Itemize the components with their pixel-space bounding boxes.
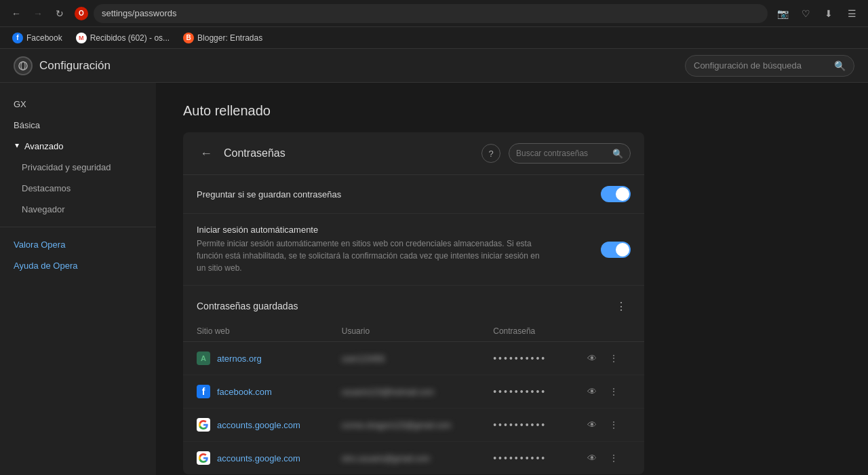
passwords-card-title: Contraseñas <box>224 147 473 159</box>
facebook-favicon-icon: f <box>12 33 23 43</box>
heart-button[interactable]: ♡ <box>796 4 815 23</box>
passwords-search-box[interactable]: 🔍 <box>509 143 631 164</box>
bookmark-facebook[interactable]: f Facebook <box>7 31 68 45</box>
main-content: Auto rellenado ← Contraseñas ? 🔍 Pregunt… <box>156 83 868 475</box>
user-cell: otro.usuario@gmail.com <box>328 442 479 475</box>
user-cell: user123456 <box>328 342 479 375</box>
sidebar-link-rate[interactable]: Valora Opera <box>0 234 156 255</box>
ask-to-save-label: Preguntar si se guardan contraseñas <box>197 189 341 200</box>
user-cell: correo.dragon123@gmail.com <box>328 408 479 442</box>
password-cell: •••••••••• <box>479 342 569 375</box>
bookmark-facebook-label: Facebook <box>26 33 62 43</box>
password-value: •••••••••• <box>493 453 547 463</box>
user-value: usuario123@hotmail.com <box>342 387 434 397</box>
nav-buttons: ← → ↻ <box>7 4 69 23</box>
col-header-actions <box>569 321 644 342</box>
reload-button[interactable]: ↻ <box>50 4 69 23</box>
row-more-button[interactable]: ⋮ <box>604 449 623 468</box>
password-value: •••••••••• <box>493 386 547 397</box>
passwords-search-input[interactable] <box>516 149 608 158</box>
sidebar-divider <box>0 227 156 227</box>
site-cell: A aternos.org <box>183 342 328 375</box>
user-value: user123456 <box>342 354 384 364</box>
password-cell: •••••••••• <box>479 442 569 475</box>
app-container: Configuración 🔍 GX Básica ▲ Avanzado Pri… <box>0 49 868 475</box>
bookmark-gmail[interactable]: M Recibidos (602) - os... <box>71 31 175 45</box>
col-header-password: Contraseña <box>479 321 569 342</box>
camera-button[interactable]: 📷 <box>773 4 792 23</box>
browser-bar: ← → ↻ O settings/passwords 📷 ♡ ⬇ ☰ <box>0 0 868 27</box>
sidebar-item-gx[interactable]: GX <box>0 94 156 115</box>
aternos-favicon-icon: A <box>197 352 210 365</box>
show-password-button[interactable]: 👁 <box>583 415 601 434</box>
actions-cell: 👁 ⋮ <box>569 375 644 408</box>
actions-cell: 👁 ⋮ <box>569 442 644 475</box>
table-row: f facebook.com usuario123@hotmail.com ••… <box>183 375 644 408</box>
saved-passwords-more-button[interactable]: ⋮ <box>612 297 631 316</box>
sidebar-section-avanzado[interactable]: ▲ Avanzado <box>0 136 156 157</box>
search-icon: 🔍 <box>834 60 846 71</box>
show-password-button[interactable]: 👁 <box>583 349 601 368</box>
passwords-back-button[interactable]: ← <box>197 144 216 163</box>
bookmark-blogger[interactable]: B Blogger: Entradas <box>178 31 268 45</box>
ask-to-save-toggle[interactable] <box>601 186 631 202</box>
col-header-site: Sitio web <box>183 321 328 342</box>
sidebar-item-privacidad[interactable]: Privacidad y seguridad <box>0 157 156 178</box>
site-link[interactable]: aternos.org <box>217 354 262 364</box>
search-icon: 🔍 <box>612 149 623 159</box>
browser-actions: 📷 ♡ ⬇ ☰ <box>773 4 861 23</box>
bookmark-blogger-label: Blogger: Entradas <box>197 33 262 43</box>
facebook-favicon-icon: f <box>197 385 210 398</box>
forward-button[interactable]: → <box>28 4 47 23</box>
download-button[interactable]: ⬇ <box>819 4 838 23</box>
show-password-button[interactable]: 👁 <box>583 382 601 401</box>
sidebar-item-navegador[interactable]: Navegador <box>0 199 156 220</box>
password-cell: •••••••••• <box>479 408 569 442</box>
settings-search-box[interactable]: 🔍 <box>685 55 854 77</box>
site-link[interactable]: accounts.google.com <box>217 420 300 430</box>
table-row: accounts.google.com otro.usuario@gmail.c… <box>183 442 644 475</box>
row-more-button[interactable]: ⋮ <box>604 382 623 401</box>
site-cell: accounts.google.com <box>183 408 328 442</box>
opera-logo-icon: O <box>75 7 88 20</box>
auto-signin-desc: Permite iniciar sesión automáticamente e… <box>197 238 549 274</box>
passwords-table: Sitio web Usuario Contraseña A aternos.o… <box>183 321 644 474</box>
saved-passwords-header: Contraseñas guardadas ⋮ <box>183 286 644 321</box>
table-row: accounts.google.com correo.dragon123@gma… <box>183 408 644 442</box>
body-layout: GX Básica ▲ Avanzado Privacidad y seguri… <box>0 83 868 475</box>
password-cell: •••••••••• <box>479 375 569 408</box>
address-text: settings/passwords <box>102 8 177 18</box>
user-value: correo.dragon123@gmail.com <box>342 421 452 430</box>
passwords-card: ← Contraseñas ? 🔍 Preguntar si se guarda… <box>183 132 644 474</box>
user-cell: usuario123@hotmail.com <box>328 375 479 408</box>
gmail-favicon-icon: M <box>76 33 87 43</box>
table-header-row: Sitio web Usuario Contraseña <box>183 321 644 342</box>
sidebar-item-destacamos[interactable]: Destacamos <box>0 178 156 199</box>
menu-button[interactable]: ☰ <box>842 4 861 23</box>
user-value: otro.usuario@gmail.com <box>342 454 430 463</box>
actions-cell: 👁 ⋮ <box>569 342 644 375</box>
blogger-favicon-icon: B <box>183 33 194 43</box>
passwords-help-button[interactable]: ? <box>481 144 500 163</box>
site-cell: accounts.google.com <box>183 442 328 475</box>
site-link[interactable]: accounts.google.com <box>217 453 300 463</box>
row-more-button[interactable]: ⋮ <box>604 415 623 434</box>
show-password-button[interactable]: 👁 <box>583 449 601 468</box>
auto-signin-toggle[interactable] <box>601 242 631 258</box>
google-favicon-icon <box>197 418 210 432</box>
bookmarks-bar: f Facebook M Recibidos (602) - os... B B… <box>0 27 868 49</box>
table-row: A aternos.org user123456 •••••••••• 👁 ⋮ <box>183 342 644 375</box>
sidebar-item-basica[interactable]: Básica <box>0 115 156 136</box>
card-header: ← Contraseñas ? 🔍 <box>183 132 644 175</box>
row-more-button[interactable]: ⋮ <box>604 349 623 368</box>
address-bar[interactable]: settings/passwords <box>94 4 768 23</box>
settings-search-input[interactable] <box>694 60 829 71</box>
ask-to-save-row: Preguntar si se guardan contraseñas <box>183 175 644 214</box>
site-link[interactable]: facebook.com <box>217 387 272 397</box>
chevron-down-icon: ▲ <box>14 142 20 150</box>
settings-header: Configuración 🔍 <box>0 49 868 83</box>
sidebar-link-help[interactable]: Ayuda de Opera <box>0 255 156 276</box>
settings-title: Configuración <box>39 59 111 73</box>
back-button[interactable]: ← <box>7 4 26 23</box>
settings-logo: Configuración <box>14 56 111 75</box>
